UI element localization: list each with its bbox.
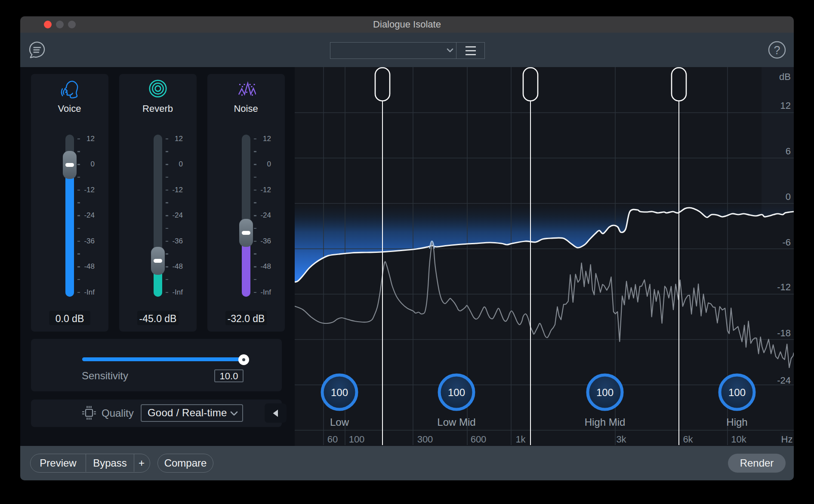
svg-text:?: ? — [774, 44, 780, 57]
svg-text:1k: 1k — [515, 434, 526, 445]
svg-text:Hz: Hz — [781, 434, 793, 445]
svg-text:600: 600 — [471, 434, 487, 445]
svg-text:6k: 6k — [683, 434, 693, 445]
svg-text:0: 0 — [786, 191, 791, 202]
svg-text:100: 100 — [728, 387, 746, 398]
svg-text:60: 60 — [327, 434, 338, 445]
svg-text:100: 100 — [448, 387, 465, 398]
svg-text:12: 12 — [780, 100, 791, 111]
svg-text:High: High — [726, 416, 747, 428]
svg-text:Low Mid: Low Mid — [437, 416, 475, 428]
svg-text:100: 100 — [331, 387, 348, 398]
svg-text:Low: Low — [330, 416, 349, 428]
svg-text:High Mid: High Mid — [585, 416, 626, 428]
svg-text:dB: dB — [779, 71, 791, 82]
svg-text:-6: -6 — [782, 237, 791, 248]
svg-text:6: 6 — [786, 146, 791, 157]
svg-text:-12: -12 — [777, 282, 791, 292]
svg-text:-24: -24 — [777, 375, 791, 386]
svg-text:-18: -18 — [777, 328, 791, 338]
svg-text:100: 100 — [349, 434, 365, 445]
svg-text:3k: 3k — [616, 434, 626, 445]
svg-text:100: 100 — [596, 387, 614, 398]
svg-text:10k: 10k — [731, 434, 746, 445]
svg-text:300: 300 — [417, 434, 433, 445]
